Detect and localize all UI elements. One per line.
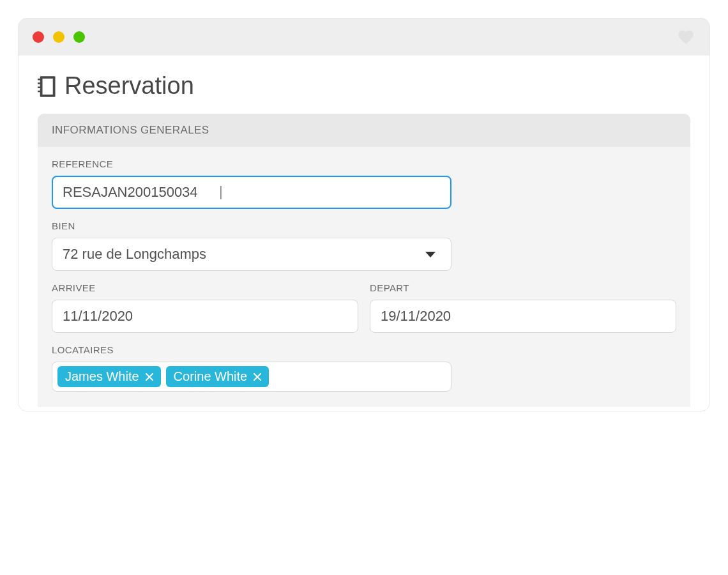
bien-label: BIEN [52,220,676,231]
minimize-window-button[interactable] [53,31,64,43]
general-info-section: INFORMATIONS GENERALES REFERENCE | BIEN … [38,114,690,407]
bien-select-value: 72 rue de Longchamps [63,246,206,263]
reference-field: REFERENCE | [52,158,676,209]
chevron-down-icon [425,252,436,257]
page-content: Reservation INFORMATIONS GENERALES REFER… [19,56,709,411]
svg-rect-5 [38,90,42,92]
page-title: Reservation [64,72,194,100]
locataires-label: LOCATAIRES [52,344,676,355]
locataires-field: LOCATAIRES James White Corine White [52,344,676,392]
remove-tag-button[interactable] [251,371,264,383]
bien-field: BIEN 72 rue de Longchamps [52,220,676,271]
window-controls [33,31,85,43]
page-header: Reservation [38,72,690,100]
section-header: INFORMATIONS GENERALES [38,114,690,147]
close-window-button[interactable] [33,31,44,43]
arrivee-input[interactable] [52,300,358,333]
reference-input[interactable] [52,176,451,209]
depart-field: DEPART [370,282,676,333]
favorite-icon[interactable] [676,28,695,46]
date-row: ARRIVEE DEPART [52,282,676,333]
tenant-tag: Corine White [166,366,269,387]
tenant-tag-label: James White [65,369,139,384]
notebook-icon [38,75,57,97]
reference-label: REFERENCE [52,158,676,169]
svg-rect-4 [38,86,42,88]
browser-window: Reservation INFORMATIONS GENERALES REFER… [18,18,710,411]
depart-input[interactable] [370,300,676,333]
arrivee-label: ARRIVEE [52,282,358,293]
depart-label: DEPART [370,282,676,293]
tenant-tag: James White [57,366,161,387]
arrivee-field: ARRIVEE [52,282,358,333]
svg-rect-1 [43,79,53,95]
section-body: REFERENCE | BIEN 72 rue de Longchamps [38,147,690,407]
svg-rect-3 [38,82,42,84]
window-titlebar [19,19,709,56]
locataires-input[interactable]: James White Corine White [52,362,451,392]
maximize-window-button[interactable] [73,31,85,43]
tenant-tag-label: Corine White [174,369,248,384]
svg-rect-2 [38,79,42,80]
remove-tag-button[interactable] [143,371,156,383]
bien-select[interactable]: 72 rue de Longchamps [52,238,451,271]
